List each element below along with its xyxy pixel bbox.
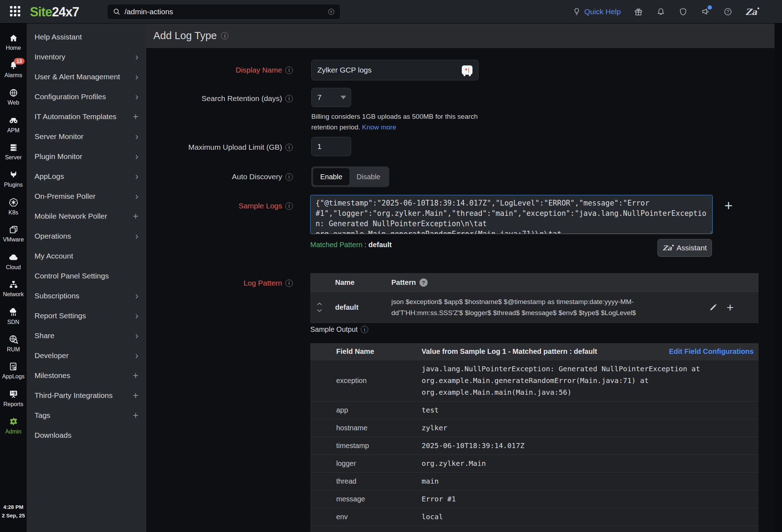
announcements-button[interactable] [701,7,710,17]
display-name-input[interactable] [317,66,462,74]
rail-item-home[interactable]: Home [0,28,27,56]
info-icon[interactable]: i [285,173,293,181]
pattern-help-icon[interactable]: ? [419,278,428,287]
sidebar-item[interactable]: User & Alert Management › [27,67,146,87]
sidebar-item[interactable]: Inventory › [27,47,146,67]
assistant-button[interactable]: Za Assistant [657,239,712,257]
disable-option[interactable]: Disable [349,173,387,181]
info-icon[interactable]: i [361,326,368,333]
rail-item-alarms[interactable]: 13 Alarms [0,56,27,83]
zia-assistant-button[interactable]: Za [745,7,759,17]
rail-item-rum[interactable]: RUM [0,330,27,357]
sidebar-item[interactable]: Report Settings › [27,306,146,326]
sidebar-item[interactable]: Configuration Profiles › [27,87,146,107]
field-value-cell: test [422,404,439,416]
item-trail-glyph: › [135,193,138,200]
max-upload-input[interactable] [317,142,414,151]
item-trail-glyph: › [135,133,138,140]
add-pattern-button[interactable]: + [726,302,734,313]
sample-logs-textarea[interactable]: {"@timestamp":"2025-06-10T18:39:14.017Z"… [310,195,713,234]
sidebar-item[interactable]: Developer › [27,346,146,366]
sample-output-row: message Error #1 [310,490,759,508]
info-icon[interactable]: i [285,95,293,102]
global-search[interactable] [107,4,340,20]
sidebar-item[interactable]: Operations › [27,226,146,246]
network-icon [9,280,19,289]
rail-item-web[interactable]: Web [0,83,27,111]
scrollbar-track[interactable] [775,23,782,532]
search-retention-select[interactable]: 7 [311,88,351,107]
rail-item-sdn[interactable]: SDN [0,302,27,330]
rail-item-plugins[interactable]: Plugins [0,165,27,193]
sidebar-item[interactable]: On-Premise Poller › [27,186,146,206]
rail-item-applogs[interactable]: AppLogs [0,357,27,384]
rail-item-network[interactable]: Network [0,275,27,302]
output-rows: exception java.lang.NullPointerException… [310,360,759,526]
edit-field-configurations-link[interactable]: Edit Field Configurations [669,347,754,356]
sidebar-item[interactable]: Share › [27,326,146,346]
sidebar-item[interactable]: Server Monitor › [27,127,146,147]
edit-pattern-icon[interactable] [709,303,718,312]
help-button[interactable]: ? [723,7,733,16]
sdn-cloud-icon [8,307,19,317]
sidebar-item[interactable]: Mobile Network Poller + [27,206,146,226]
sidebar-item[interactable]: IT Automation Templates + [27,107,146,127]
field-value-cell: Error #1 [422,493,456,505]
sidebar-item[interactable]: Plugin Monitor › [27,147,146,166]
display-name-label-row: Display Name i [146,66,293,74]
app-launcher-icon[interactable] [10,6,21,17]
sidebar-item[interactable]: Subscriptions › [27,286,146,306]
topbar: Site24x7 Quick Help [0,0,782,23]
move-up-icon[interactable] [317,302,322,305]
rail-item-cloud[interactable]: Cloud [0,248,27,275]
plug-icon [9,170,19,180]
clear-search-icon[interactable] [327,8,335,16]
rail-item-admin[interactable]: Admin [0,412,27,439]
info-icon[interactable]: i [285,66,293,74]
field-name-cell: exception [336,377,422,385]
globe-icon [9,88,19,98]
sidebar-item[interactable]: Control Panel Settings [27,266,146,286]
quick-help-label: Quick Help [584,7,621,16]
rail-item-k8s[interactable]: K8s [0,193,27,220]
quick-help-button[interactable]: Quick Help [572,7,621,16]
site24x7-logo[interactable]: Site24x7 [30,5,79,20]
topbar-actions: Quick Help [572,0,759,23]
sample-output-row: hostname zylker [310,419,759,437]
move-down-icon[interactable] [317,309,322,312]
rail-item-apm[interactable]: APM [0,111,27,138]
sidebar-item[interactable]: Third-Party Integrations + [27,385,146,405]
field-value-cell: org.zylker.Main [422,458,486,469]
sidebar-item[interactable]: Tags + [27,405,146,425]
input-language-icon[interactable]: *| [462,65,472,75]
display-name-field[interactable]: *| [311,60,479,80]
sidebar-item[interactable]: Milestones + [27,366,146,385]
rail-item-vmware[interactable]: VMware [0,220,27,248]
matched-pattern: Matched Pattern : default [310,241,392,249]
page-header: Add Log Type i [146,23,775,48]
info-icon[interactable]: i [285,144,293,151]
applogs-icon [9,362,19,372]
sidebar-item[interactable]: Help Assistant [27,27,146,47]
logo-24x7-text: 24x7 [52,5,79,19]
info-icon[interactable]: i [285,202,293,210]
max-upload-field[interactable] [311,137,351,156]
sidebar-item[interactable]: AppLogs › [27,166,146,186]
item-trail-glyph: › [135,292,138,299]
add-sample-log-button[interactable]: + [724,200,733,211]
info-icon[interactable]: i [285,280,293,287]
rail-item-server[interactable]: Server [0,138,27,165]
pattern-table-header: Name Pattern ? [310,273,759,292]
info-icon[interactable]: i [221,32,228,39]
security-button[interactable] [678,7,688,16]
sidebar-item[interactable]: My Account [27,246,146,266]
notification-dot [708,5,712,10]
whats-new-button[interactable] [634,7,643,17]
field-name-cell: timestamp [336,442,422,450]
sidebar-item[interactable]: Downloads [27,425,146,445]
know-more-link[interactable]: Know more [362,123,396,131]
rail-item-reports[interactable]: Reports [0,384,27,412]
search-input[interactable] [125,7,327,16]
notifications-button[interactable] [656,7,666,17]
enable-option[interactable]: Enable [313,168,349,185]
